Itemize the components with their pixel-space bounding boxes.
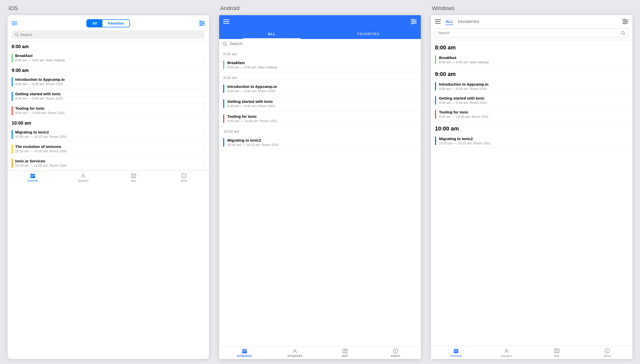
windows-session-breakfast[interactable]: Breakfast 8:00 am — 9:00 am: Main hallwa… [435, 53, 628, 67]
ios-search-bar[interactable] [12, 30, 205, 39]
android-nav-map-label: MAP [342, 355, 348, 357]
map-icon [554, 348, 560, 354]
search-icon [15, 33, 19, 37]
android-session-ionic-start[interactable]: Getting started with Ionic 9:30 am — 9:4… [219, 96, 421, 111]
android-tab-favorites[interactable]: FAVORITES [320, 29, 417, 39]
svg-rect-12 [31, 176, 32, 177]
ios-panel: All Favorites [8, 15, 209, 359]
ios-session-appcamp[interactable]: Introduction to Appcamp.io 9:00 am — 9:3… [8, 75, 209, 89]
svg-point-20 [184, 175, 184, 175]
android-search-input[interactable] [230, 42, 417, 46]
speakers-icon [292, 348, 298, 354]
session-title: Migrating to Ionic2 [439, 137, 491, 141]
ios-session-tooling[interactable]: Tooling for Ionic 9:45 am — 10:00 am: Ro… [8, 104, 209, 118]
windows-time-10am: 10:00 am [435, 121, 628, 134]
windows-nav-speakers-label: Speakers [501, 354, 512, 357]
ios-session-breakfast[interactable]: Breakfast 8:00 am — 9:00 am: Main hallwa… [8, 51, 209, 65]
session-bar-dark-blue [435, 137, 436, 145]
android-time-9am: 9:00 am [219, 72, 421, 81]
android-header: ALL FAVORITES [219, 15, 421, 39]
session-bar-blue [223, 99, 224, 108]
windows-nav-about[interactable]: About [582, 346, 632, 359]
android-session-appcamp[interactable]: Introduction to Appcamp.io 9:00 am — 9:3… [219, 81, 421, 96]
ios-session-ionicons[interactable]: The evolution of Ionicons 10:15 am — 10:… [8, 142, 209, 156]
schedule-icon [30, 173, 35, 179]
session-bar-blue [435, 82, 436, 91]
windows-hamburger-icon[interactable] [435, 19, 441, 25]
android-hamburger-icon[interactable] [223, 19, 229, 25]
svg-point-36 [294, 349, 296, 351]
session-bar-red [12, 106, 13, 115]
windows-label: Windows [431, 5, 632, 12]
android-nav-speakers[interactable]: SPEAKERS [270, 346, 320, 359]
windows-nav-schedule[interactable]: Schedule [431, 346, 481, 359]
windows-search-bar[interactable] [435, 28, 628, 37]
ios-tab-favorites[interactable]: Favorites [102, 20, 129, 27]
ios-session-ionic2[interactable]: Migrating to Ionic2 10:00 am — 10:15 am:… [8, 127, 209, 142]
svg-point-30 [223, 42, 226, 45]
svg-rect-34 [243, 351, 244, 352]
android-search-row[interactable] [219, 39, 421, 49]
ios-tab-all[interactable]: All [87, 20, 103, 27]
svg-point-29 [412, 23, 413, 24]
windows-session-tooling[interactable]: Tooling for Ionic 9:45 am — 10:00 am: Ro… [435, 107, 628, 121]
windows-time-9am: 9:00 am [435, 67, 628, 80]
ios-tab-toggle: All Favorites [86, 19, 130, 27]
session-bar-blue [223, 138, 224, 147]
ios-nav-about[interactable]: About [159, 171, 209, 184]
android-session-breakfast[interactable]: Breakfast 8:00 am — 9:00 am: Main hallwa… [219, 58, 421, 72]
windows-session-ionic2[interactable]: Migrating to Ionic2 10:00 am — 10:15 am:… [435, 134, 628, 148]
svg-point-58 [505, 349, 507, 351]
windows-schedule: 8:00 am Breakfast 8:00 am — 9:00 am: Mai… [431, 40, 632, 346]
svg-line-31 [226, 45, 227, 46]
android-nav-map[interactable]: MAP [320, 346, 370, 359]
hamburger-icon[interactable] [12, 22, 17, 25]
ios-label: iOS [8, 5, 209, 12]
ios-session-ionic-services[interactable]: Ionic.io Services 10:30 am — 11:00 am: R… [8, 156, 209, 171]
android-nav-about[interactable]: ABOUT [370, 346, 421, 359]
android-tab-all[interactable]: ALL [223, 29, 320, 39]
windows-session-appcamp[interactable]: Introduction to Appcamp.io 9:00 am — 9:3… [435, 80, 628, 93]
session-bar-yellow [12, 144, 13, 154]
windows-nav-map[interactable]: Map [532, 346, 582, 359]
session-title: Getting started with Ionic [227, 99, 275, 104]
session-title: Ionic.io Services [15, 159, 67, 163]
session-bar-blue [12, 130, 13, 139]
schedule-icon [242, 348, 247, 354]
svg-point-42 [395, 350, 396, 350]
session-title: Migrating to Ionic2 [227, 138, 279, 142]
android-nav-schedule[interactable]: SCHEDULE [219, 346, 270, 359]
windows-tab-all[interactable]: ALL [446, 19, 453, 25]
android-session-tooling[interactable]: Tooling for Ionic 9:45 am — 10:00 am: Ro… [219, 111, 421, 126]
session-sub: 10:15 am — 10:30 am: Room 2202 [15, 149, 67, 153]
ios-session-ionic-start[interactable]: Getting started with Ionic 9:30 am — 9:4… [8, 89, 209, 104]
svg-marker-59 [555, 349, 559, 353]
windows-filter-icon[interactable] [622, 19, 628, 25]
session-sub: 9:30 am — 9:45 am: Room 2202 [15, 97, 63, 100]
ios-nav-schedule[interactable]: Schedule [8, 171, 58, 184]
ios-nav-map[interactable]: Map [108, 171, 159, 184]
filter-icon[interactable] [199, 21, 205, 26]
windows-search-input[interactable] [438, 31, 619, 35]
session-title: Introduction to Appcamp.io [15, 77, 65, 82]
session-bar-teal [12, 53, 13, 63]
android-session-ionic2[interactable]: Migrating to Ionic2 10:00 am — 10:15 am:… [219, 135, 421, 150]
ios-nav-speakers[interactable]: Speakers [58, 171, 108, 184]
windows-time-8am: 8:00 am [435, 40, 628, 53]
windows-session-ionic-start[interactable]: Getting started with Ionic 9:30 am — 9:4… [435, 93, 628, 107]
ios-search-input[interactable] [20, 32, 202, 37]
session-sub: 9:30 am — 9:45 am: Room 2202 [227, 104, 275, 108]
windows-column: Windows ALL FAVORITES [431, 5, 632, 359]
svg-rect-13 [32, 176, 33, 177]
session-title: Tooling for Ionic [15, 106, 65, 110]
svg-point-28 [414, 21, 416, 22]
android-filter-icon[interactable] [411, 19, 417, 25]
session-bar-red [435, 110, 436, 119]
windows-nav-speakers[interactable]: Speakers [481, 346, 532, 359]
windows-bottom-nav: Schedule Speakers Map [431, 346, 632, 359]
svg-marker-37 [343, 349, 347, 353]
svg-line-53 [624, 34, 625, 35]
android-nav-about-label: ABOUT [391, 355, 400, 357]
session-sub: 9:45 am — 10:00 am: Room 2201 [15, 111, 65, 115]
windows-tab-favorites[interactable]: FAVORITES [458, 20, 479, 25]
